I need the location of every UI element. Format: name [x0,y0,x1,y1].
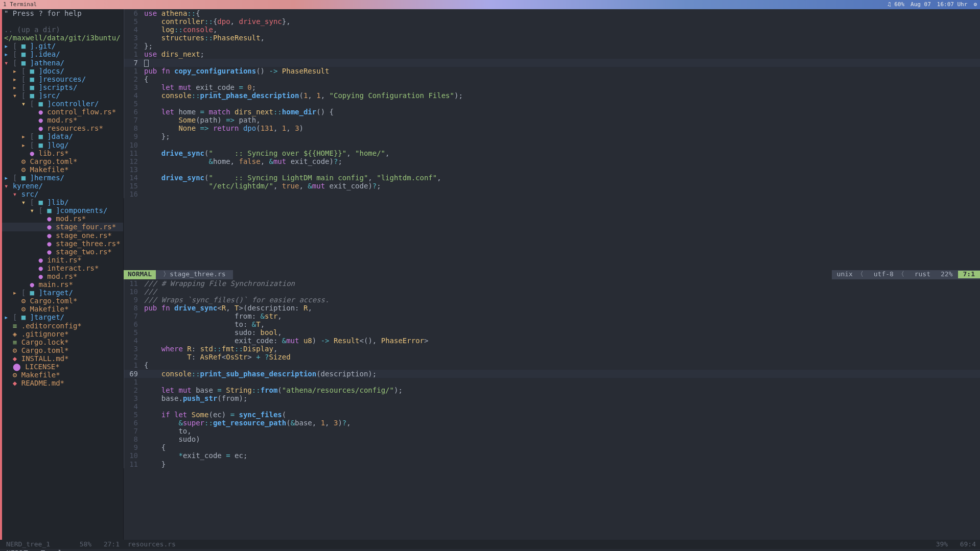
code-line[interactable]: 6 to: &T, [124,320,980,328]
code-line[interactable]: 4 exit_code: &mut u8) -> Result<(), Phas… [124,337,980,345]
code-line[interactable]: 5 sudo: bool, [124,328,980,337]
command-line[interactable]: :NERDTreeToggle [0,549,980,551]
tree-file[interactable]: ⚙ Makefile* [2,371,123,379]
tree-file[interactable]: ⚙ Cargo.toml* [2,297,123,305]
tree-file[interactable]: ● lib.rs* [2,149,123,157]
code-line[interactable]: 7 to, [124,427,980,435]
nerdtree-buffer-name: NERD_tree_1 [6,541,50,548]
code-line[interactable]: 16 [124,190,980,198]
code-line[interactable]: 6 let home = match dirs_next::home_dir()… [124,108,980,116]
tree-file[interactable]: ● control_flow.rs* [2,108,123,116]
code-line[interactable]: 10/// [124,288,980,296]
tree-file[interactable]: ● mod.rs* [2,272,123,280]
tree-file[interactable]: ⚙ Makefile* [2,305,123,313]
code-line[interactable]: 3 let mut exit_code = 0; [124,83,980,91]
code-line[interactable]: 11 } [124,460,980,468]
code-line[interactable]: 4 log::console, [124,26,980,34]
tree-file[interactable]: ● init.rs* [2,256,123,264]
code-line[interactable]: 6 &super::get_resource_path(&base, 1, 3)… [124,419,980,427]
battery-indicator: ♫ 60% [888,2,904,8]
code-line[interactable]: 8 sudo) [124,435,980,443]
tree-folder[interactable]: ▸ [ ■ ]resources/ [2,75,123,83]
code-line[interactable]: 11 drive_sync(" :: Syncing over ${{HOME}… [124,149,980,157]
tree-file[interactable]: ● stage_one.rs* [2,231,123,239]
tree-file[interactable]: ● stage_two.rs* [2,248,123,256]
tree-folder[interactable]: ▸ [ ■ ]docs/ [2,67,123,75]
code-line[interactable]: 3 where R: std::fmt::Display, [124,345,980,353]
code-line[interactable]: 2{ [124,75,980,83]
code-line[interactable]: 5 [124,100,980,108]
tree-file[interactable]: ≡ Cargo.lock* [2,338,123,346]
tree-folder[interactable]: ▾ [ ■ ]src/ [2,91,123,100]
tree-file[interactable]: ● main.rs* [2,280,123,289]
code-line[interactable]: 11/// # Wrapping File Synchronization [124,279,980,288]
code-line[interactable]: 2}; [124,42,980,50]
code-line[interactable]: 13 [124,165,980,174]
code-line[interactable]: 2 let mut base = String::from("athena/re… [124,386,980,394]
code-line[interactable]: 9 { [124,443,980,451]
tree-folder[interactable]: ▾ [ ■ ]lib/ [2,198,123,206]
tree-folder[interactable]: ▸ [ ■ ]hermes/ [2,174,123,182]
code-line[interactable]: 12 &home, false, &mut exit_code)?; [124,157,980,165]
code-line[interactable]: 7 Some(path) => path, [124,116,980,124]
code-line[interactable]: 1use dirs_next; [124,50,980,58]
tree-folder[interactable]: ▸ [ ■ ]log/ [2,141,123,149]
tree-folder[interactable]: ▸ [ ■ ]scripts/ [2,83,123,91]
root-path: </maxwell/data/git/i3buntu/ [2,34,123,42]
tree-folder[interactable]: ▸ [ ■ ]target/ [2,313,123,321]
tree-folder[interactable]: ▸ [ ■ ]data/ [2,132,123,140]
tree-folder[interactable]: ▸ [ ■ ]target/ [2,289,123,297]
encoding: utf-8 〈 [869,271,909,278]
tree-file[interactable]: ⚙ Cargo.toml* [2,346,123,354]
code-line[interactable]: 8 None => return dpo(131, 1, 3) [124,124,980,132]
tree-file[interactable]: ● stage_four.rs* [2,223,123,231]
tree-file[interactable]: ◈ .gitignore* [2,330,123,338]
tree-file[interactable]: ● mod.rs* [2,116,123,124]
tree-file[interactable]: ● resources.rs* [2,124,123,132]
tree-file[interactable]: ⬤ LICENSE* [2,363,123,371]
tree-folder[interactable]: ▸ [ ■ ].idea/ [2,50,123,58]
nerdtree-sidebar[interactable]: " Press ? for help .. (up a dir) </maxwe… [0,9,124,540]
code-line[interactable]: 9 }; [124,132,980,140]
code-line[interactable]: 10 *exit_code = ec; [124,451,980,460]
code-line[interactable]: 10 [124,141,980,149]
editor-pane-bottom[interactable]: 11/// # Wrapping File Synchronization10/… [124,279,980,540]
tree-file[interactable]: ● stage_three.rs* [2,239,123,248]
code-line[interactable]: 9/// Wraps `sync_files()` for easier acc… [124,296,980,304]
code-line[interactable]: 3 structures::PhaseResult, [124,34,980,42]
tree-folder[interactable]: ▾ [ ■ ]controller/ [2,100,123,108]
tree-file[interactable]: ● interact.rs* [2,264,123,272]
code-line[interactable]: 5 controller::{dpo, drive_sync}, [124,17,980,26]
tree-folder[interactable]: ▾ kyrene/ [2,182,123,190]
code-line[interactable]: 6use athena::{ [124,9,980,17]
code-line[interactable]: 15 "/etc/lightdm/", true, &mut exit_code… [124,182,980,190]
settings-icon[interactable]: ⚙ [973,2,977,8]
tree-file[interactable]: ◆ README.md* [2,379,123,387]
filetype: rust [909,271,936,278]
code-line[interactable]: 2 T: AsRef<OsStr> + ?Sized [124,353,980,361]
code-line[interactable]: 1pub fn copy_configurations() -> PhaseRe… [124,67,980,75]
tree-file[interactable]: ● mod.rs* [2,214,123,223]
code-line[interactable]: 8pub fn drive_sync<R, T>(description: R, [124,304,980,312]
code-line[interactable]: 5 if let Some(ec) = sync_files( [124,411,980,419]
tree-folder[interactable]: ▾ src/ [2,190,123,198]
editor-pane-top[interactable]: 6use athena::{5 controller::{dpo, drive_… [124,9,980,270]
current-file: 〉stage_three.rs [156,270,233,279]
code-line[interactable]: 1 [124,378,980,386]
code-line[interactable]: 69 console::print_sub_phase_description(… [124,370,980,378]
code-line[interactable]: 3 base.push_str(from); [124,394,980,402]
code-line[interactable]: 7 [124,59,980,67]
tree-folder[interactable]: ▾ [ ■ ]athena/ [2,59,123,67]
tree-folder[interactable]: ▾ [ ■ ]components/ [2,206,123,214]
tree-file[interactable]: ⚙ Makefile* [2,165,123,174]
code-line[interactable]: 4 console::print_phase_description(1, 1,… [124,91,980,100]
tree-file[interactable]: ◆ INSTALL.md* [2,354,123,363]
up-a-dir[interactable]: .. (up a dir) [2,26,123,34]
code-line[interactable]: 7 from: &str, [124,312,980,320]
code-line[interactable]: 4 [124,402,980,411]
code-line[interactable]: 14 drive_sync(" :: Syncing LightDM main … [124,174,980,182]
tree-file[interactable]: ⚙ Cargo.toml* [2,157,123,165]
tree-file[interactable]: ≡ .editorconfig* [2,322,123,330]
tree-folder[interactable]: ▸ [ ■ ].git/ [2,42,123,50]
code-line[interactable]: 1{ [124,361,980,369]
